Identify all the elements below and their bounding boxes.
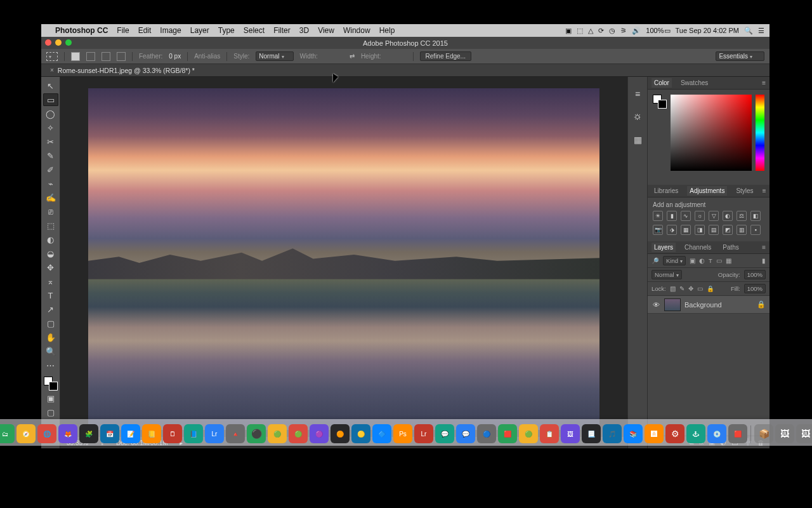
adjust-panel-menu-icon[interactable]: ≡ (763, 187, 766, 194)
dock-app[interactable]: 🔺 (226, 424, 245, 443)
layer-visibility-icon[interactable]: 👁 (652, 301, 660, 309)
selection-intersect-icon[interactable] (117, 52, 126, 61)
adj-lookup-icon[interactable]: ▦ (681, 225, 691, 235)
cloud-icon[interactable]: △ (588, 27, 593, 35)
layer-row[interactable]: 👁 Background 🔒 (648, 296, 769, 314)
adj-invert-icon[interactable]: ◨ (695, 225, 705, 235)
dock-app[interactable]: 🔷 (372, 424, 391, 443)
menu-3d[interactable]: 3D (299, 26, 309, 35)
brush-tool[interactable]: ⌁ (43, 177, 58, 190)
tab-adjustments[interactable]: Adjustments (687, 186, 727, 196)
dock-item[interactable]: 🖼 (775, 424, 794, 443)
healing-tool[interactable]: ✐ (43, 163, 58, 176)
battery-readout[interactable]: 100% ▭ (646, 27, 670, 35)
layer-search-icon[interactable]: 🔎 (652, 257, 659, 264)
filter-toggle[interactable]: ▮ (762, 257, 766, 264)
gradient-tool[interactable]: ◐ (43, 233, 58, 246)
color-field[interactable] (671, 95, 752, 171)
shape-tool[interactable]: ▢ (43, 317, 58, 330)
notification-center-icon[interactable]: ☰ (758, 27, 764, 35)
volume-icon[interactable]: 🔊 (632, 27, 641, 35)
adj-colorbal-icon[interactable]: ⚖ (737, 211, 747, 221)
lock-all-icon[interactable]: 🔒 (707, 285, 714, 292)
dock-app[interactable]: 📝 (121, 424, 140, 443)
color-panel-menu-icon[interactable]: ≡ (762, 79, 766, 86)
clone-tool[interactable]: ✍ (43, 191, 58, 204)
menu-image[interactable]: Image (160, 26, 181, 35)
pen-tool[interactable]: ⌅ (43, 275, 58, 288)
dock-app[interactable]: 💿 (707, 424, 726, 443)
dock-app[interactable]: 🎵 (603, 424, 622, 443)
dock-app[interactable]: 📚 (624, 424, 643, 443)
dock-app[interactable]: 🟥 (728, 424, 747, 443)
swap-dimensions-icon[interactable]: ⇄ (350, 53, 355, 60)
dock-app[interactable]: 🟥 (498, 424, 517, 443)
dock-app[interactable]: 💬 (435, 424, 454, 443)
layer-thumbnail[interactable] (664, 298, 681, 311)
canvas[interactable] (60, 77, 627, 437)
style-select[interactable]: Normal (256, 51, 293, 61)
layer-lock-icon[interactable]: 🔒 (757, 300, 766, 309)
adj-exposure-icon[interactable]: ☼ (695, 211, 705, 221)
dock-app[interactable]: 💬 (456, 424, 475, 443)
clock-icon[interactable]: ◷ (609, 27, 615, 35)
dock-app[interactable]: 📃 (582, 424, 601, 443)
dock-app[interactable]: 📘 (184, 424, 203, 443)
document-tab[interactable]: × Rome-sunset-HDR1.jpeg @ 33.3% (RGB/8*)… (45, 64, 200, 76)
dock-app[interactable]: 🟢 (519, 424, 538, 443)
menu-view[interactable]: View (318, 26, 334, 35)
dock-app[interactable]: 🟡 (351, 424, 370, 443)
filter-adjust-icon[interactable]: ◐ (699, 257, 705, 264)
adj-gradmap-icon[interactable]: ▥ (737, 225, 747, 235)
selection-add-icon[interactable] (86, 52, 95, 61)
dock-app[interactable]: 🗂 (0, 424, 15, 443)
history-panel-icon[interactable]: ≡ (632, 88, 643, 100)
adj-vibrance-icon[interactable]: ▽ (709, 211, 719, 221)
path-tool[interactable]: ↗ (43, 303, 58, 316)
selection-subtract-icon[interactable] (102, 52, 110, 61)
adj-brightness-icon[interactable]: ☀ (653, 211, 663, 221)
type-tool[interactable]: T (43, 289, 58, 302)
fill-value[interactable]: 100% (744, 284, 766, 293)
layers-panel-menu-icon[interactable]: ≡ (762, 244, 766, 251)
properties-panel-icon[interactable]: ⛭ (632, 111, 643, 123)
dock-app[interactable]: Lr (414, 424, 433, 443)
menu-layer[interactable]: Layer (190, 26, 209, 35)
dock-app[interactable]: ⚫ (247, 424, 266, 443)
close-tab-icon[interactable]: × (50, 67, 54, 74)
edit-toolbar[interactable]: ⋯ (43, 359, 58, 371)
adj-selective-icon[interactable]: ▪ (750, 225, 761, 235)
dock-app[interactable]: 🌐 (37, 424, 56, 443)
opacity-value[interactable]: 100% (744, 270, 766, 279)
workspace-select[interactable]: Essentials (716, 51, 764, 61)
window-close-button[interactable] (45, 39, 51, 46)
menu-select[interactable]: Select (244, 26, 265, 35)
wifi-icon[interactable]: ⚞ (620, 27, 627, 35)
dock-item[interactable]: 📦 (754, 424, 773, 443)
dock-app[interactable]: 🦊 (58, 424, 77, 443)
menu-filter[interactable]: Filter (273, 26, 291, 35)
filter-shape-icon[interactable]: ▭ (716, 257, 722, 264)
status-icon[interactable]: ▣ (565, 27, 572, 35)
dock-app[interactable]: 🧩 (79, 424, 98, 443)
eyedropper-tool[interactable]: ✎ (43, 149, 58, 162)
dock-app[interactable]: 🟢 (268, 424, 287, 443)
marquee-tool[interactable]: ▭ (43, 93, 58, 106)
quick-mask-icon[interactable]: ▣ (43, 392, 58, 404)
history-brush-tool[interactable]: ⎚ (43, 205, 58, 218)
blend-mode-select[interactable]: Normal (652, 270, 682, 279)
filter-type-icon[interactable]: T (709, 257, 712, 264)
tab-swatches[interactable]: Swatches (678, 78, 710, 88)
menubar-clock[interactable]: Tue Sep 20 4:02 PM (676, 27, 740, 34)
adj-posterize-icon[interactable]: ▤ (709, 225, 719, 235)
hue-slider[interactable] (756, 95, 764, 171)
dock-item[interactable]: 🖼 (796, 424, 812, 443)
tab-color[interactable]: Color (652, 78, 672, 88)
dock-app[interactable]: Lr (205, 424, 224, 443)
filter-pixel-icon[interactable]: ▣ (690, 257, 695, 264)
dodge-tool[interactable]: ✥ (43, 261, 58, 274)
dock-app[interactable]: 🟢 (289, 424, 308, 443)
fg-bg-swatches[interactable] (44, 377, 58, 391)
lock-position-icon[interactable]: ✥ (688, 285, 693, 292)
actions-panel-icon[interactable]: ▦ (632, 134, 643, 145)
